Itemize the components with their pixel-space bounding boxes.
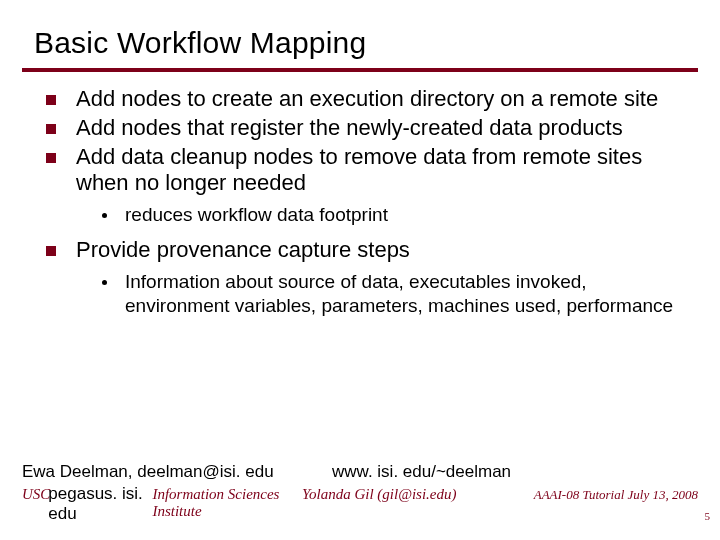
- slide-footer: Ewa Deelman, deelman@isi. edu www. isi. …: [0, 462, 720, 524]
- footer-presenter: Yolanda Gil (gil@isi.edu): [302, 486, 534, 503]
- slide-body: Add nodes to create an execution directo…: [0, 72, 720, 317]
- bullet-text: Add nodes that register the newly-create…: [76, 115, 690, 142]
- bullet-icon: [46, 124, 56, 134]
- footer-org-suffix: Information Sciences Institute: [152, 486, 302, 520]
- bullet-icon: [46, 95, 56, 105]
- bullet-icon: [46, 153, 56, 163]
- sub-bullet-text: Information about source of data, execut…: [125, 270, 690, 318]
- bullet-text: Add nodes to create an execution directo…: [76, 86, 690, 113]
- footer-event: AAAI-08 Tutorial July 13, 2008: [534, 487, 698, 503]
- slide-title: Basic Workflow Mapping: [34, 26, 720, 60]
- bullet-text: Add data cleanup nodes to remove data fr…: [76, 144, 690, 198]
- footer-overlay-text: pegasus. isi. edu: [48, 484, 154, 524]
- sub-bullet-text: reduces workflow data footprint: [125, 203, 690, 227]
- page-number: 5: [705, 510, 711, 522]
- sub-bullet-icon: [102, 213, 107, 218]
- footer-url: www. isi. edu/~deelman: [332, 462, 698, 482]
- bullet-text: Provide provenance capture steps: [76, 237, 690, 264]
- sub-bullet-icon: [102, 280, 107, 285]
- footer-author: Ewa Deelman, deelman@isi. edu: [22, 462, 332, 482]
- bullet-icon: [46, 246, 56, 256]
- footer-org-prefix: USC: [22, 486, 50, 503]
